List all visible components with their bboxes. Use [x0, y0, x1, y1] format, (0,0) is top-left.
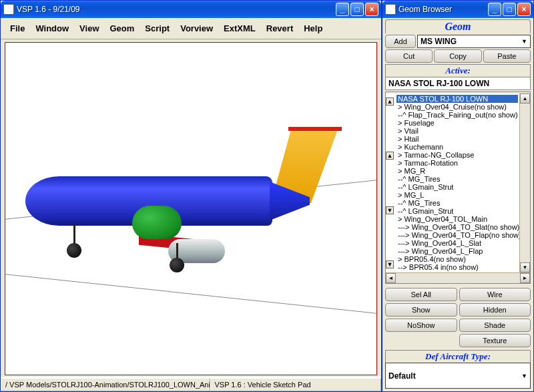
geom-title: Geom Browser: [398, 5, 487, 14]
chevron-down-icon: ▼: [521, 38, 527, 45]
geom-titlebar[interactable]: Geom Browser _ □ ×: [382, 1, 533, 18]
status-app: VSP 1.6 : Vehicle Sketch Pad: [210, 378, 382, 391]
tree-item[interactable]: ---> Wing_Over04_TO_Slat(no show): [396, 223, 518, 231]
tree-item[interactable]: --^ LGmain_Strut: [396, 183, 518, 191]
statusbar: / VSP Models/STOLRJ100-Animation/STOLRJ1…: [1, 377, 381, 391]
copy-button[interactable]: Copy: [434, 49, 481, 63]
wire-button[interactable]: Wire: [459, 288, 531, 301]
hidden-button[interactable]: Hidden: [459, 303, 531, 317]
tree-reorder-controls: ▲ ▲ ▼ ▼: [386, 93, 395, 272]
move-up-icon[interactable]: ▲: [386, 152, 394, 160]
move-top-icon[interactable]: ▲: [386, 97, 394, 106]
def-aircraft-value: Default: [388, 371, 416, 381]
move-down-icon[interactable]: ▼: [386, 206, 394, 214]
tree-item[interactable]: > Tarmac-Rotation: [396, 159, 518, 167]
paste-button[interactable]: Paste: [483, 49, 531, 63]
def-aircraft-label: Def Aircraft Type:: [385, 350, 531, 363]
select-all-button[interactable]: Sel All: [385, 288, 457, 301]
minimize-button[interactable]: _: [488, 3, 501, 16]
shade-button[interactable]: Shade: [459, 319, 531, 332]
tree-item[interactable]: --> BPR05.4 in(no show): [396, 263, 518, 271]
menu-extxml[interactable]: ExtXML: [220, 22, 260, 35]
menu-revert[interactable]: Revert: [262, 22, 297, 35]
close-button[interactable]: ×: [517, 3, 531, 16]
main-titlebar[interactable]: VSP 1.6 - 9/21/09 _ □ ×: [1, 1, 381, 18]
tree-item[interactable]: --^ MG_Tires: [396, 175, 518, 183]
maximize-button[interactable]: □: [503, 3, 516, 16]
ground-line: [5, 270, 377, 328]
app-icon: [385, 4, 396, 15]
menu-help[interactable]: Help: [300, 22, 326, 35]
geom-type-value: MS WING: [421, 37, 457, 46]
tree-item[interactable]: --^ Flap_Track_Fairing_out(no show): [396, 111, 518, 119]
tree-item[interactable]: > Wing_Over04_Cruise(no show): [396, 103, 518, 111]
menu-vorview[interactable]: Vorview: [176, 22, 217, 35]
menu-view[interactable]: View: [75, 22, 103, 35]
viewport[interactable]: [5, 42, 377, 375]
move-bottom-icon[interactable]: ▼: [386, 260, 394, 268]
scroll-up-icon[interactable]: ▲: [520, 93, 530, 104]
menu-geom[interactable]: Geom: [106, 22, 139, 35]
tree-item[interactable]: > Fuselage: [396, 119, 518, 127]
aircraft-engine: [132, 206, 182, 239]
geom-browser-window: Geom Browser _ □ × Geom Add MS WING ▼ Cu…: [382, 0, 534, 392]
tree-item[interactable]: > Kuchemann: [396, 143, 518, 151]
nose-wheel: [67, 243, 81, 258]
scroll-left-icon[interactable]: ◄: [386, 273, 396, 283]
tree-item[interactable]: > MG_L: [396, 191, 518, 199]
geom-heading: Geom: [385, 19, 531, 33]
tree-item[interactable]: > Vtail: [396, 127, 518, 135]
minimize-button[interactable]: _: [336, 3, 349, 16]
status-path: / VSP Models/STOLRJ100-Animation/STOLRJ1…: [1, 378, 210, 391]
tree-item[interactable]: ---> Wing_Over04_L_Slat: [396, 239, 518, 247]
scrollbar-horizontal[interactable]: ◄ ►: [386, 272, 530, 283]
chevron-down-icon: ▼: [521, 373, 527, 379]
active-label: Active:: [385, 64, 531, 77]
geom-tree-list[interactable]: NASA STOL RJ-100 LOWN> Wing_Over04_Cruis…: [395, 93, 519, 272]
app-icon: [3, 4, 14, 15]
close-button[interactable]: ×: [365, 3, 378, 16]
scroll-right-icon[interactable]: ►: [520, 273, 530, 283]
scrollbar-vertical[interactable]: ▲ ▼: [519, 93, 530, 272]
tree-item[interactable]: --^ MG_Tires: [396, 199, 518, 207]
geom-type-dropdown[interactable]: MS WING ▼: [417, 35, 531, 48]
noshow-button[interactable]: NoShow: [385, 319, 457, 332]
show-button[interactable]: Show: [385, 303, 457, 317]
menu-file[interactable]: File: [6, 22, 29, 35]
menubar: File Window View Geom Script Vorview Ext…: [1, 18, 381, 39]
tree-item[interactable]: --^ LGmain_Strut: [396, 207, 518, 215]
main-title: VSP 1.6 - 9/21/09: [17, 5, 334, 14]
tree-item[interactable]: > Htail: [396, 135, 518, 143]
tree-item[interactable]: > Tarmac-NG_Collapse: [396, 151, 518, 159]
scroll-down-icon[interactable]: ▼: [520, 262, 530, 272]
def-aircraft-dropdown[interactable]: Default ▼: [385, 363, 531, 389]
add-button[interactable]: Add: [385, 35, 416, 48]
menu-script[interactable]: Script: [141, 22, 174, 35]
vsp-main-window: VSP 1.6 - 9/21/09 _ □ × File Window View…: [0, 0, 382, 392]
tree-item[interactable]: ---> Wing_Over04_TO_Flap(no show): [396, 231, 518, 239]
tree-item[interactable]: ---> Wing_Over04_L_Flap: [396, 247, 518, 255]
tree-item[interactable]: NASA STOL RJ-100 LOWN: [396, 95, 518, 103]
tree-item[interactable]: > Wing_Over04_TOL_Main: [396, 215, 518, 223]
geom-tree: ▲ ▲ ▼ ▼ NASA STOL RJ-100 LOWN> Wing_Over…: [386, 93, 530, 272]
tree-item[interactable]: > BPR05.4(no show): [396, 255, 518, 263]
active-geom-name: NASA STOL RJ-100 LOWN: [385, 77, 531, 90]
maximize-button[interactable]: □: [350, 3, 364, 16]
cut-button[interactable]: Cut: [385, 49, 433, 63]
main-wheel: [170, 258, 184, 272]
aircraft-vtail-tip: [288, 127, 342, 131]
menu-window[interactable]: Window: [31, 22, 73, 35]
tree-item[interactable]: > MG_R: [396, 167, 518, 175]
texture-button[interactable]: Texture: [459, 334, 531, 347]
